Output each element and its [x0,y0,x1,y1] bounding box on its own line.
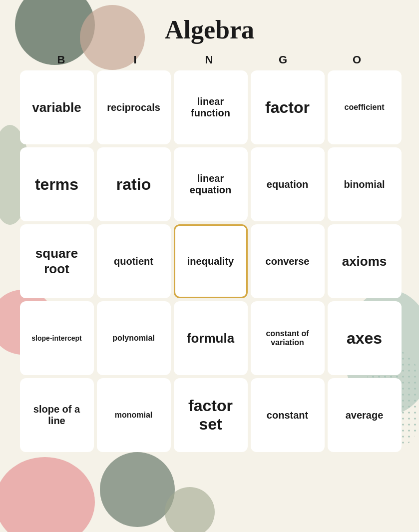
bingo-grid: variablereciprocalslinear functionfactor… [20,70,400,452]
bingo-cell-8[interactable]: equation [251,147,325,221]
bingo-letter-g: G [247,53,321,66]
bingo-cell-16[interactable]: polynomial [97,301,171,375]
bingo-cell-3[interactable]: factor [251,70,325,144]
bingo-cell-6[interactable]: ratio [97,147,171,221]
bingo-cell-13[interactable]: converse [251,224,325,298]
bingo-cell-5[interactable]: terms [20,147,94,221]
bingo-cell-21[interactable]: monomial [97,378,171,452]
bingo-cell-7[interactable]: linear equation [174,147,248,221]
bingo-cell-9[interactable]: binomial [328,147,402,221]
bingo-cell-10[interactable]: square root [20,224,94,298]
bingo-cell-2[interactable]: linear function [174,70,248,144]
bingo-letter-n: N [173,53,247,66]
bingo-cell-24[interactable]: average [328,378,402,452]
bingo-cell-1[interactable]: reciprocals [97,70,171,144]
bingo-header: BINGO [20,53,400,66]
bingo-cell-11[interactable]: quotient [97,224,171,298]
deco-shape-6 [100,452,175,527]
bingo-cell-20[interactable]: slope of a line [20,378,94,452]
deco-shape-7 [165,487,215,532]
bingo-cell-19[interactable]: axes [328,301,402,375]
bingo-cell-12[interactable]: inequality [174,224,248,298]
page-title: Algebra [0,0,419,44]
bingo-letter-i: I [99,53,173,66]
bingo-cell-0[interactable]: variable [20,70,94,144]
deco-shape-5 [0,457,95,532]
bingo-cell-15[interactable]: slope-intercept [20,301,94,375]
bingo-cell-17[interactable]: formula [174,301,248,375]
bingo-letter-o: O [321,53,395,66]
bingo-cell-14[interactable]: axioms [328,224,402,298]
bingo-cell-22[interactable]: factor set [174,378,248,452]
bingo-cell-18[interactable]: constant of variation [251,301,325,375]
bingo-cell-23[interactable]: constant [251,378,325,452]
bingo-letter-b: B [25,53,99,66]
bingo-cell-4[interactable]: coefficient [328,70,402,144]
